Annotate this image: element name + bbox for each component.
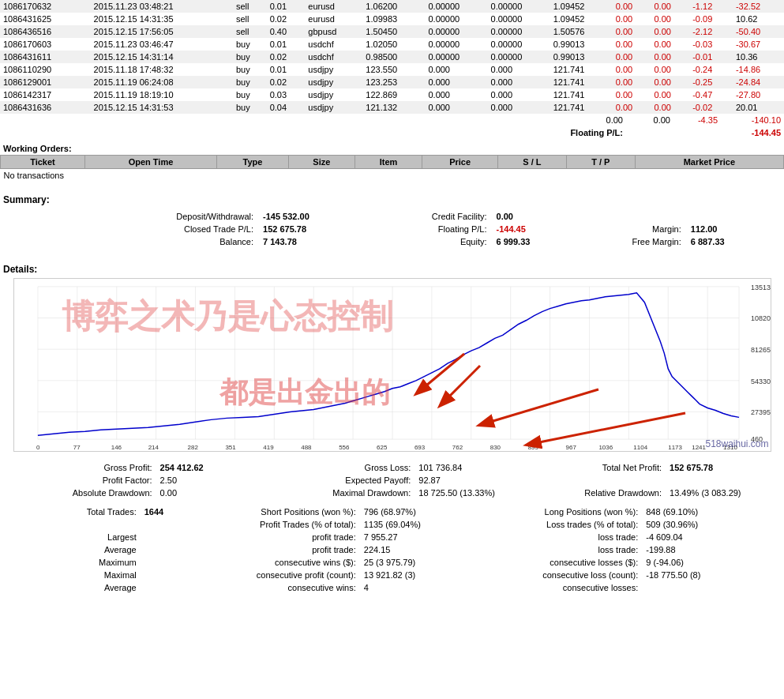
largest-label: Largest xyxy=(0,531,141,543)
balance-label: Balance: xyxy=(3,235,260,248)
floating-value: -144.45 xyxy=(626,126,784,139)
trade-row: 1086431636 2015.12.15 14:31:53 buy 0.04 … xyxy=(0,101,784,114)
avg-profit-label: profit trade: xyxy=(204,543,361,556)
trade-row: 1086129001 2015.11.19 06:24:08 buy 0.02 … xyxy=(0,76,784,88)
watermark2: 都是出金出的 xyxy=(219,374,390,412)
trade-row: 1086170603 2015.11.23 03:46:47 buy 0.01 … xyxy=(0,38,784,51)
sum-floating-value: -144.45 xyxy=(493,223,572,235)
avg-loss-label: loss trade: xyxy=(486,543,643,556)
working-orders-table: TicketOpen TimeTypeSizeItemPriceS / LT /… xyxy=(0,155,784,182)
floating-label: Floating P/L: xyxy=(0,126,626,139)
maximum-label: Maximum xyxy=(0,556,141,569)
wo-header-cell: Size xyxy=(288,156,354,169)
watermark1: 博弈之术乃是心态控制 xyxy=(62,295,393,339)
maximal-drawdown-value: 18 725.50 (13.33%) xyxy=(415,487,541,499)
svg-text:693: 693 xyxy=(414,444,425,451)
consec-wins-value: 25 (3 975.79) xyxy=(361,556,486,569)
summary-row-1: Deposit/Withdrawal: -145 532.00 Credit F… xyxy=(3,210,781,223)
total-p4: -140.10 xyxy=(721,114,784,126)
svg-text:556: 556 xyxy=(339,444,350,451)
arrow4 xyxy=(520,401,717,452)
gross-stats-table: Gross Profit: 254 412.62 Gross Loss: 101… xyxy=(0,461,784,499)
summary-row-3: Balance: 7 143.78 Equity: 6 999.33 Free … xyxy=(3,235,781,248)
svg-text:77: 77 xyxy=(73,444,80,451)
svg-text:488: 488 xyxy=(301,444,312,451)
ts-row-total: Total Trades: 1644 Short Positions (won … xyxy=(0,505,784,518)
deposit-label: Deposit/Withdrawal: xyxy=(176,212,253,221)
trades-table: 1086170632 2015.11.23 03:48:21 sell 0.01… xyxy=(0,0,784,114)
margin-value: 112.00 xyxy=(688,223,781,235)
ts-row-maximum: Maximum consecutive wins ($): 25 (3 975.… xyxy=(0,556,784,569)
trade-stats-table: Total Trades: 1644 Short Positions (won … xyxy=(0,505,784,594)
trade-row: 1086170632 2015.11.23 03:48:21 sell 0.01… xyxy=(0,0,784,13)
loss-trade-value: -4 609.04 xyxy=(643,531,784,543)
details-section: Details: 博弈之术乃是心态控制 都是出金出的 xyxy=(0,261,784,455)
svg-text:54330: 54330 xyxy=(751,378,771,385)
svg-text:27395: 27395 xyxy=(751,408,771,416)
average2-label: Average xyxy=(0,581,141,594)
gross-row-1: Gross Profit: 254 412.62 Gross Loss: 101… xyxy=(0,461,784,474)
svg-text:0: 0 xyxy=(36,444,39,451)
long-value: 848 (69.10%) xyxy=(643,505,784,518)
abs-drawdown-label: Absolute Drawdown: xyxy=(0,487,157,499)
summary-table: Deposit/Withdrawal: -145 532.00 Credit F… xyxy=(3,210,781,248)
gross-profit-label: Gross Profit: xyxy=(0,461,157,474)
consec-losses-value: 9 (-94.06) xyxy=(643,556,784,569)
balance-value: 7 143.78 xyxy=(260,235,338,248)
wo-header-cell: Type xyxy=(217,156,289,169)
summary-section: Summary: Deposit/Withdrawal: -145 532.00… xyxy=(0,188,784,254)
ts-row-profit-trades: Profit Trades (% of total): 1135 (69.04%… xyxy=(0,518,784,531)
trade-row: 1086142317 2015.11.19 18:19:10 buy 0.03 … xyxy=(0,88,784,101)
consec-profit-value: 13 921.82 (3) xyxy=(361,569,486,581)
wo-header-cell: Item xyxy=(354,156,422,169)
maximal-label: Maximal xyxy=(0,569,141,581)
svg-text:830: 830 xyxy=(490,444,501,451)
working-orders-label: Working Orders: xyxy=(0,142,784,155)
svg-text:81265: 81265 xyxy=(751,346,771,354)
total-trades-label: Total Trades: xyxy=(0,505,141,518)
deposit-value: -145 532.00 xyxy=(260,210,338,223)
total-p1: 0.00 xyxy=(563,114,626,126)
summary-row-2: Closed Trade P/L: 152 675.78 Floating P/… xyxy=(3,223,781,235)
equity-label: Equity: xyxy=(338,235,493,248)
working-orders-section: Working Orders: TicketOpen TimeTypeSizeI… xyxy=(0,142,784,182)
short-label: Short Positions (won %): xyxy=(204,505,361,518)
sum-floating-label: Floating P/L: xyxy=(338,223,493,235)
avg-consec-wins-label: consecutive wins: xyxy=(204,581,361,594)
loss-trades-value: 509 (30.96%) xyxy=(643,518,784,531)
wo-header-cell: T / P xyxy=(566,156,635,169)
equity-value: 6 999.33 xyxy=(493,235,572,248)
gross-profit-value: 254 412.62 xyxy=(157,461,275,474)
gross-row-2: Profit Factor: 2.50 Expected Payoff: 92.… xyxy=(0,474,784,487)
credit-label: Credit Facility: xyxy=(338,210,493,223)
totals-row: 0.00 0.00 -4.35 -140.10 xyxy=(0,114,784,126)
total-p2: 0.00 xyxy=(626,114,673,126)
ts-row-average: Average profit trade: 224.15 loss trade:… xyxy=(0,543,784,556)
avg-consec-wins-value: 4 xyxy=(361,581,486,594)
consec-loss-value: -18 775.50 (8) xyxy=(643,569,784,581)
summary-title: Summary: xyxy=(3,194,781,205)
gross-loss-label: Gross Loss: xyxy=(275,461,416,474)
svg-text:419: 419 xyxy=(263,444,274,451)
floating-row: Floating P/L: -144.45 xyxy=(0,126,784,139)
svg-text:762: 762 xyxy=(452,444,463,451)
total-trades-value: 1644 xyxy=(141,505,204,518)
wo-header-cell: S / L xyxy=(497,156,566,169)
trade-row: 1086431611 2015.12.15 14:31:14 buy 0.02 … xyxy=(0,51,784,63)
avg-loss-value: -199.88 xyxy=(643,543,784,556)
wo-header-cell: Open Time xyxy=(84,156,216,169)
consec-wins-label: consecutive wins ($): xyxy=(204,556,361,569)
gross-row-3: Absolute Drawdown: 0.00 Maximal Drawdown… xyxy=(0,487,784,499)
profit-trade-label: profit trade: xyxy=(204,531,361,543)
short-value: 796 (68.97%) xyxy=(361,505,486,518)
svg-text:625: 625 xyxy=(377,444,388,451)
avg-consec-losses-value xyxy=(643,581,784,594)
svg-line-3 xyxy=(527,413,685,445)
loss-trade-label: loss trade: xyxy=(486,531,643,543)
svg-text:108200: 108200 xyxy=(751,315,771,323)
svg-text:214: 214 xyxy=(148,444,159,451)
free-margin-value: 6 887.33 xyxy=(688,235,781,248)
maximal-drawdown-label: Maximal Drawdown: xyxy=(275,487,416,499)
abs-drawdown-value: 0.00 xyxy=(157,487,275,499)
avg-profit-value: 224.15 xyxy=(361,543,486,556)
